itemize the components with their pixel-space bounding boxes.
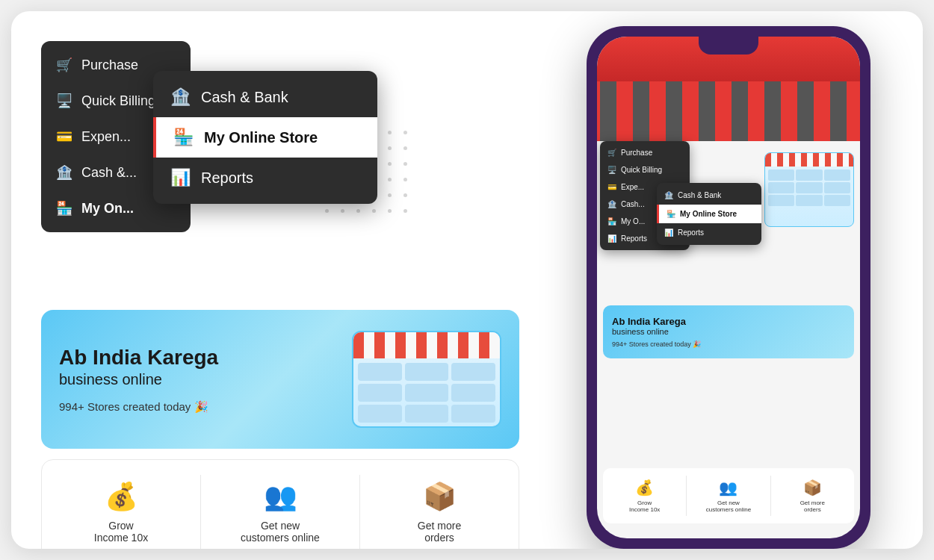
phone-feature-orders: 📦 Get moreorders (771, 476, 854, 516)
dropdown-store-icon: 🏪 (173, 128, 194, 147)
store-icon: 🏪 (56, 200, 72, 217)
feature-orders: 📦 Get moreorders (360, 475, 519, 549)
phone-dropdown: 🏦 Cash & Bank 🏪 My Online Store 📊 Report… (657, 183, 761, 245)
phone-store-icon: 🏪 (607, 217, 616, 225)
expense-icon: 💳 (56, 128, 72, 145)
dropdown-item-cash-bank[interactable]: 🏦 Cash & Bank (153, 77, 377, 117)
dropdown-item-reports[interactable]: 📊 Reports (153, 158, 377, 198)
phone-banner: Ab India Karega business online 994+ Sto… (603, 305, 854, 358)
dropdown-menu: 🏦 Cash & Bank 🏪 My Online Store 📊 Report… (153, 71, 377, 204)
phone-awning-stripes (597, 81, 860, 141)
banner-headline1: Ab India Karega (59, 345, 218, 370)
phone-feature-customers: 👥 Get newcustomers online (687, 476, 770, 516)
phone-mockup: 🛒 Purchase 🖥️ Quick Billing 💳 Expe... 🏦 … (549, 26, 908, 549)
bank-icon: 🏦 (56, 164, 72, 181)
dropdown-bank-icon: 🏦 (170, 87, 191, 107)
phone-dropdown-store-icon: 🏪 (667, 210, 675, 218)
phone-banner-headline2: business online (612, 327, 845, 336)
features-row: 💰 GrowIncome 10x 👥 Get newcustomers onli… (41, 459, 519, 549)
phone-dropdown-reports[interactable]: 📊 Reports (657, 223, 761, 242)
cart-icon: 🛒 (56, 57, 72, 73)
phone-customers-icon: 👥 (719, 479, 737, 497)
phone-store-preview (764, 152, 854, 227)
phone-sidebar-purchase[interactable]: 🛒 Purchase (600, 144, 690, 161)
orders-icon: 📦 (423, 481, 457, 512)
phone-dropdown-bank-icon: 🏦 (664, 191, 673, 199)
phone-store-preview-awning (765, 153, 853, 167)
phone-stores-count: 994+ Stores created today 🎉 (612, 340, 845, 348)
phone-orders-label: Get moreorders (800, 500, 825, 513)
phone-dropdown-reports-icon: 📊 (664, 228, 673, 237)
phone-sidebar-quickbilling[interactable]: 🖥️ Quick Billing (600, 161, 690, 178)
phone-orders-icon: 📦 (803, 479, 822, 497)
phone-body: 🛒 Purchase 🖥️ Quick Billing 💳 Expe... 🏦 … (587, 26, 870, 549)
phone-expense-icon: 💳 (607, 183, 616, 191)
main-container: 🛒 Purchase 🖥️ Quick Billing 💳 Expen... 🏦… (11, 11, 923, 549)
store-awning (353, 332, 500, 358)
banner-text: Ab India Karega business online 994+ Sto… (59, 345, 218, 414)
phone-reports-icon: 📊 (607, 234, 616, 243)
dropdown-reports-icon: 📊 (170, 168, 191, 187)
phone-bank-icon: 🏦 (607, 200, 616, 208)
feature-customers-label: Get newcustomers online (241, 520, 320, 544)
feature-grow: 💰 GrowIncome 10x (42, 475, 201, 549)
banner-headline2: business online (59, 371, 218, 388)
customers-icon: 👥 (264, 481, 297, 512)
money-bag-icon: 💰 (105, 481, 138, 512)
phone-dropdown-cash[interactable]: 🏦 Cash & Bank (657, 186, 761, 205)
phone-customers-label: Get newcustomers online (706, 500, 751, 513)
phone-features-row: 💰 GrowIncome 10x 👥 Get newcustomers onli… (603, 468, 854, 523)
phone-notch (699, 37, 758, 55)
feature-grow-label: GrowIncome 10x (94, 520, 148, 544)
stores-count: 994+ Stores created today 🎉 (59, 400, 218, 414)
banner-store-image (352, 331, 501, 428)
phone-money-icon: 💰 (635, 479, 654, 497)
dropdown-item-my-online-store[interactable]: 🏪 My Online Store (153, 117, 377, 158)
store-product-grid (353, 358, 500, 427)
phone-grow-label: GrowIncome 10x (629, 500, 660, 513)
phone-banner-headline1: Ab India Karega (612, 316, 845, 327)
phone-feature-grow: 💰 GrowIncome 10x (603, 476, 687, 516)
phone-dropdown-store[interactable]: 🏪 My Online Store (657, 205, 761, 223)
phone-screen: 🛒 Purchase 🖥️ Quick Billing 💳 Expe... 🏦 … (597, 37, 860, 538)
feature-orders-label: Get moreorders (418, 520, 461, 544)
banner-card: Ab India Karega business online 994+ Sto… (41, 310, 519, 449)
feature-customers: 👥 Get newcustomers online (201, 475, 360, 549)
billing-icon: 🖥️ (56, 93, 72, 109)
phone-cart-icon: 🛒 (607, 149, 616, 157)
phone-billing-icon: 🖥️ (607, 166, 616, 174)
phone-store-preview-grid (765, 167, 853, 209)
